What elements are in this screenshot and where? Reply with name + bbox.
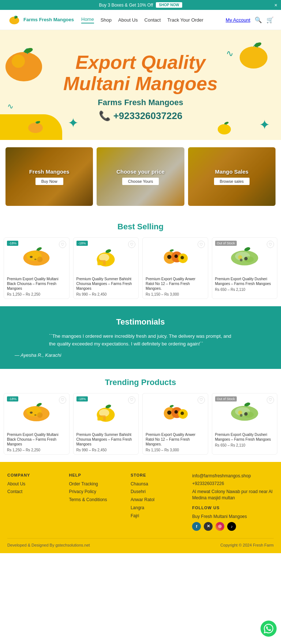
trending-wishlist-3[interactable]: ♡: [198, 396, 205, 404]
footer-privacy-policy[interactable]: Privacy Policy: [69, 489, 123, 495]
product-price-1: Rs 1,250 – Rs 2,250: [7, 292, 66, 296]
product-info-1: Premium Export Quality Multani Black Cho…: [4, 274, 69, 299]
main-nav: Home Shop About Us Contact Track Your Or…: [81, 16, 226, 23]
footer-bottom: Developed & Designed By gstechsolutions.…: [7, 538, 274, 547]
nav-shop[interactable]: Shop: [101, 17, 112, 23]
facebook-icon[interactable]: f: [192, 522, 201, 531]
wishlist-icon-1[interactable]: ♡: [59, 241, 66, 248]
trending-price-1: Rs 1,250 – Rs 2,250: [7, 448, 66, 452]
product-badge-1: -18%: [7, 241, 18, 246]
svg-point-41: [37, 412, 43, 418]
footer-store-fajri[interactable]: Fajri: [131, 513, 185, 519]
hero-brand: Farms Fresh Mangoes: [98, 98, 183, 107]
product-name-1: Premium Export Quality Multani Black Cho…: [7, 277, 66, 291]
follow-us: FOLLOW US Buy Fresh Multani Mangoes f ✕ …: [192, 506, 274, 531]
wishlist-icon-3[interactable]: ♡: [198, 241, 205, 248]
choose-price-title: Choose your price: [116, 169, 165, 175]
phone-icon: 📞: [99, 110, 110, 122]
footer-company-title: COMPANY: [7, 473, 61, 477]
svg-point-44: [34, 414, 37, 416]
wishlist-icon-2[interactable]: ♡: [128, 241, 135, 248]
footer-copyright: Copyright © 2024 Fresh Farm: [220, 543, 274, 547]
nav-contact[interactable]: Contact: [145, 17, 161, 23]
footer-order-tracking[interactable]: Order Tracking: [69, 481, 123, 487]
follow-us-title: FOLLOW US: [192, 506, 274, 510]
trending-info-2: Premium Quality Summer Bahisht Chounsa M…: [74, 430, 139, 454]
footer-terms[interactable]: Terms & Conditions: [69, 497, 123, 503]
my-account-link[interactable]: My Account: [226, 17, 250, 23]
fresh-mangoes-btn[interactable]: Buy Now: [35, 178, 63, 185]
nav-home[interactable]: Home: [81, 16, 94, 23]
star-decor-left: ✦: [68, 115, 79, 131]
trending-price-4: Rs 650 – Rs 2,110: [215, 443, 274, 447]
product-badge-2: -18%: [76, 241, 88, 246]
product-info-3: Premium Export Quality Anwer Ratol No 12…: [143, 274, 208, 299]
wishlist-icon-4[interactable]: ♡: [267, 241, 274, 248]
trending-title: Trending Products: [0, 369, 281, 393]
trending-info-1: Premium Export Quality Multani Black Cho…: [4, 430, 69, 454]
close-banner-button[interactable]: ×: [274, 2, 277, 8]
best-selling-section: Best Selling -18% ♡ Premium Export Quali…: [0, 213, 281, 306]
category-choose-price: Choose your price Choose Yours: [97, 147, 184, 206]
product-price-4: Rs 650 – Rs 2,110: [215, 288, 274, 292]
header: Farms Fresh Mangoes Home Shop About Us C…: [0, 10, 281, 30]
mango-sales-btn[interactable]: Browse sales: [214, 178, 250, 185]
trending-badge-1: -18%: [7, 396, 18, 401]
twitter-icon[interactable]: ✕: [204, 522, 213, 531]
best-selling-title: Best Selling: [0, 213, 281, 237]
footer-phone: +923326037226: [192, 481, 274, 487]
svg-point-12: [218, 124, 231, 134]
mango-sales-title: Mango Sales: [215, 169, 248, 175]
trending-card-4: Out of Stock ♡ Premium Export Quality Du…: [212, 393, 278, 455]
choose-price-btn[interactable]: Choose Yours: [122, 178, 159, 185]
hero-headline1: Export Quality Multani Mangoes: [63, 52, 218, 94]
trending-wishlist-4[interactable]: ♡: [267, 396, 274, 404]
svg-point-30: [181, 256, 184, 259]
footer: COMPANY About Us Contact HELP Order Trac…: [0, 462, 281, 553]
trending-wishlist-2[interactable]: ♡: [128, 396, 135, 404]
hero-mango-small-left: [26, 120, 46, 134]
search-icon[interactable]: 🔍: [255, 16, 262, 23]
footer-about-link[interactable]: About Us: [7, 481, 61, 487]
footer-store-anwar[interactable]: Anwar Ratol: [131, 497, 185, 503]
product-card-3: ♡ Premium Export Quality Anwer Ratol No …: [142, 237, 208, 299]
svg-rect-49: [98, 417, 104, 421]
footer-store-chaunsa[interactable]: Chaunsa: [131, 481, 185, 487]
product-price-2: Rs 990 – Rs 2,450: [76, 292, 136, 296]
testimonial-author: — Ayesha R., Karachi: [15, 352, 266, 358]
nav-track[interactable]: Track Your Order: [167, 17, 203, 23]
cart-icon[interactable]: 🛒: [266, 16, 274, 23]
footer-credit: Developed & Designed By gstechsolutions.…: [7, 543, 90, 547]
svg-rect-24: [98, 261, 104, 265]
social-icons: f ✕ ◎ ♪: [192, 522, 274, 531]
nav-about[interactable]: About Us: [118, 17, 138, 23]
svg-point-18: [30, 256, 33, 258]
tiktok-icon[interactable]: ♪: [227, 522, 236, 531]
instagram-icon[interactable]: ◎: [216, 522, 224, 531]
product-name-4: Premium Export Quality Dusheri Mangoes –…: [215, 277, 274, 286]
product-info-4: Premium Export Quality Dusheri Mangoes –…: [212, 274, 277, 294]
footer-help-title: HELP: [69, 473, 123, 477]
top-banner: Buy 3 Boxes & Get 10% Off SHOP NOW ×: [0, 0, 281, 10]
svg-point-4: [5, 52, 42, 81]
footer-store: STORE Chaunsa Dusehri Anwar Ratol Langra…: [131, 473, 185, 531]
testimonials-title: Testimonials: [15, 317, 266, 333]
product-name-3: Premium Export Quality Anwer Ratol No 12…: [146, 277, 205, 291]
footer-store-title: STORE: [131, 473, 185, 477]
product-card-4: Out of Stock ♡ Premium Export Quality Du…: [212, 237, 278, 299]
trending-wishlist-1[interactable]: ♡: [59, 396, 66, 404]
category-mango-sales: Mango Sales Browse sales: [188, 147, 276, 206]
shop-now-button[interactable]: SHOP NOW: [156, 2, 182, 8]
curl-decor2: ∿: [7, 102, 14, 111]
fresh-mangoes-title: Fresh Mangoes: [29, 169, 70, 175]
footer-store-langra[interactable]: Langra: [131, 505, 185, 511]
svg-point-53: [167, 410, 171, 414]
category-fresh-mangoes: Fresh Mangoes Buy Now: [5, 147, 93, 206]
footer-store-dusehri[interactable]: Dusehri: [131, 489, 185, 495]
trending-badge-2: -18%: [76, 396, 88, 401]
logo-text: Farms Fresh Mangoes: [23, 17, 74, 23]
footer-contact-link[interactable]: Contact: [7, 489, 61, 495]
star-decor-right: ✦: [259, 117, 270, 133]
svg-point-1: [10, 16, 19, 24]
footer-grid: COMPANY About Us Contact HELP Order Trac…: [7, 473, 274, 538]
